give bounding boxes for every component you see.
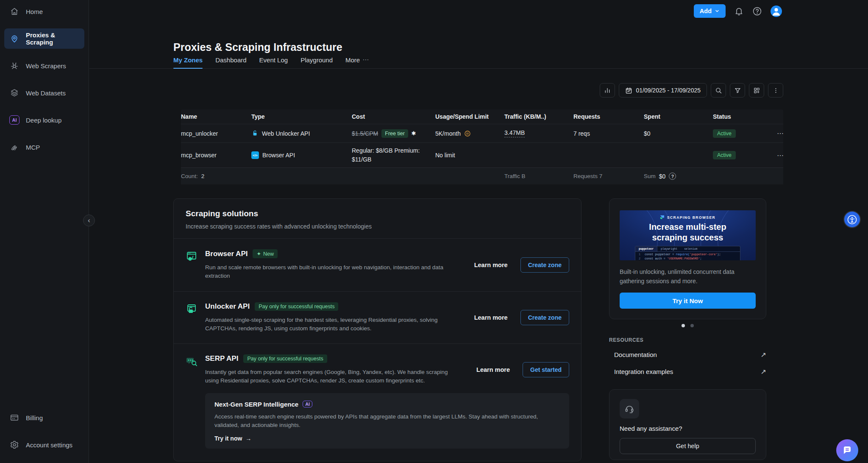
sidebar-nav: Home Proxies & Scraping Web Scrapers Web… [0, 1, 89, 164]
notifications-button[interactable] [734, 6, 744, 16]
sidebar-item-label: MCP [26, 144, 40, 151]
create-zone-button[interactable]: Create zone [520, 310, 569, 325]
resource-link-integration-examples[interactable]: Integration examples ↗ [609, 366, 766, 377]
zone-type: Browser API [262, 152, 295, 159]
topbar-actions: Add [694, 4, 782, 18]
chat-button[interactable] [836, 439, 858, 461]
old-cost: $1.5/CPM [352, 130, 378, 137]
tab-more[interactable]: More⋯ [345, 56, 370, 68]
sum-value: $0 [659, 173, 666, 180]
tab-event-log[interactable]: Event Log [259, 56, 288, 68]
bell-icon [734, 6, 744, 16]
sidebar-item-label: Home [26, 8, 43, 15]
sidebar-item-web-scrapers[interactable]: Web Scrapers [4, 56, 84, 76]
chevron-down-icon [715, 8, 720, 14]
zone-type: Web Unlocker API [262, 130, 310, 137]
row-menu-button[interactable]: ⋯ [774, 129, 779, 138]
solution-serp-api: SERP API Pay only for successful request… [174, 343, 581, 461]
sidebar-bottom-nav: Billing Account settings [0, 407, 89, 462]
free-tier-badge: Free tier [381, 129, 408, 138]
requests-value: 7 reqs [573, 130, 644, 137]
sidebar-item-web-datasets[interactable]: Web Datasets [4, 83, 84, 103]
user-avatar[interactable] [771, 6, 782, 17]
traffic-value[interactable]: 3.47MB [504, 129, 525, 137]
question-circle-icon [752, 6, 762, 16]
home-icon [9, 6, 19, 17]
accessibility-button[interactable] [844, 212, 860, 227]
search-button[interactable] [711, 83, 726, 98]
add-button[interactable]: Add [694, 4, 726, 18]
headset-icon [620, 399, 639, 418]
learn-more-link[interactable]: Learn more [472, 261, 510, 269]
code-tab-selenium: selenium [681, 246, 701, 251]
sidebar-item-account-settings[interactable]: Account settings [4, 435, 84, 455]
ai-badge: AI [303, 401, 312, 407]
carousel-dot-2[interactable] [690, 324, 694, 327]
learn-more-link[interactable]: Learn more [472, 314, 510, 321]
serp-intelligence-card: Next-Gen SERP Intelligence AI Access rea… [205, 393, 569, 449]
traffic-summary: Traffic B [504, 173, 573, 179]
calendar-icon [625, 87, 632, 94]
banner-brand: SCRAPING BROWSER [667, 215, 715, 220]
solutions-header: Scraping solutions Increase scraping suc… [174, 199, 581, 238]
filter-button[interactable] [730, 83, 745, 98]
row-menu-button[interactable]: ⋯ [774, 151, 779, 160]
serp-card-description: Access real-time search engine results p… [214, 413, 560, 430]
column-header-status: Status [713, 113, 774, 120]
add-button-label: Add [700, 8, 712, 14]
help-button[interactable] [752, 6, 762, 16]
carousel-dot-1[interactable] [682, 324, 685, 327]
arrow-right-icon: → [245, 435, 251, 442]
table-menu-button[interactable] [768, 83, 783, 98]
table-row[interactable]: mcp_unlocker Web Unlocker API $1.5/CPM F… [181, 124, 783, 142]
sidebar-item-proxies-scraping[interactable]: Proxies & Scraping [4, 28, 84, 49]
pause-circle-icon [464, 130, 471, 137]
tab-dashboard[interactable]: Dashboard [215, 56, 246, 68]
learn-more-link[interactable]: Learn more [474, 366, 512, 374]
sidebar-item-deep-lookup[interactable]: AI Deep lookup [4, 110, 84, 130]
code-chip-icon: </> [251, 151, 259, 159]
serp-api-icon [186, 354, 198, 367]
gear-icon [9, 440, 19, 450]
requests-summary: Requests 7 [573, 173, 644, 179]
table-row[interactable]: mcp_browser </> Browser API Regular: $8/… [181, 142, 783, 167]
chart-view-button[interactable] [600, 83, 615, 98]
column-header-cost: Cost [352, 113, 435, 120]
banner-heading: Increase multi-step scraping success [620, 222, 756, 243]
sum-label: Sum [644, 173, 656, 179]
sidebar-item-home[interactable]: Home [4, 1, 84, 22]
columns-button[interactable] [749, 83, 764, 98]
unlock-icon [251, 130, 259, 137]
get-help-button[interactable]: Get help [620, 438, 756, 454]
count-value: 2 [201, 173, 205, 179]
credit-card-icon [9, 413, 19, 423]
sidebar-collapse-button[interactable]: ‹ [83, 215, 95, 226]
try-it-now-button[interactable]: Try it Now [620, 293, 756, 309]
tab-my-zones[interactable]: My Zones [173, 56, 203, 68]
code-line: 2 const auth = 'USERNAME:PASSWORD'; [635, 256, 740, 260]
solution-description: Automated single-step scraping for the h… [205, 316, 456, 333]
promo-banner[interactable]: SCRAPING BROWSER Increase multi-step scr… [620, 210, 756, 260]
status-badge: Active [713, 129, 736, 138]
promo-description: Built-in unlocking, unlimited concurrent… [620, 268, 756, 286]
count-label: Count: [181, 173, 198, 179]
column-header-traffic: Traffic (KB/M..) [504, 113, 573, 120]
sidebar-item-label: Deep lookup [26, 117, 61, 124]
new-badge: ✦New [253, 249, 278, 258]
help-card: Need any assistance? Get help [609, 389, 766, 460]
sum-help-icon[interactable]: ? [669, 173, 676, 180]
sidebar-item-label: Account settings [26, 441, 72, 449]
sidebar-item-label: Billing [26, 414, 43, 421]
sidebar-item-mcp[interactable]: MCP [4, 137, 84, 157]
usage-limit: No limit [435, 152, 504, 159]
tab-playground[interactable]: Playground [300, 56, 333, 68]
resource-link-documentation[interactable]: Documentation ↗ [609, 349, 766, 360]
create-zone-button[interactable]: Create zone [520, 257, 569, 273]
zone-name: mcp_browser [181, 152, 251, 159]
get-started-button[interactable]: Get started [523, 362, 569, 377]
try-it-now-link[interactable]: Try it now → [214, 435, 251, 442]
date-range-button[interactable]: 01/09/2025 - 17/09/2025 [619, 83, 707, 98]
sidebar-item-billing[interactable]: Billing [4, 407, 84, 428]
layers-icon [9, 88, 19, 98]
solution-browser-api: Browser API ✦New Run and scale remote br… [174, 238, 581, 291]
